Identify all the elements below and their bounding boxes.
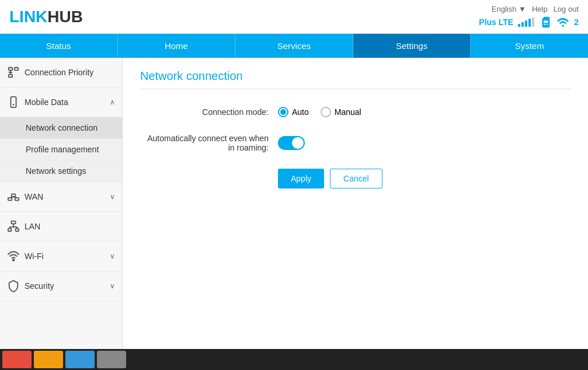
radio-manual-label: Manual <box>335 107 361 117</box>
chevron-up-icon: ∧ <box>110 98 115 106</box>
language-selector[interactable]: English ▼ <box>492 5 526 13</box>
svg-rect-13 <box>11 221 15 224</box>
main-nav: Status Home Services Settings System <box>0 34 588 58</box>
apply-button[interactable]: Apply <box>278 169 324 189</box>
help-link[interactable]: Help <box>532 5 548 13</box>
sidebar-label-security: Security <box>25 281 54 291</box>
taskbar-item-2[interactable] <box>34 351 63 368</box>
wan-icon <box>7 190 20 203</box>
taskbar <box>0 349 588 370</box>
logout-link[interactable]: Log out <box>554 5 579 13</box>
signal-bar-3 <box>525 20 527 27</box>
svg-rect-1 <box>9 68 12 71</box>
nav-home[interactable]: Home <box>118 34 236 58</box>
chevron-down-wifi-icon: ∨ <box>110 252 115 260</box>
signal-bar-1 <box>518 24 520 27</box>
svg-rect-3 <box>9 75 12 78</box>
wifi-icon <box>556 17 569 27</box>
mobile-data-icon <box>7 96 20 109</box>
security-icon <box>7 280 20 292</box>
svg-point-20 <box>13 259 15 261</box>
header-status: Plus LTE 2 <box>479 16 579 29</box>
radio-auto[interactable]: Auto <box>278 107 309 117</box>
svg-line-11 <box>10 197 13 198</box>
sidebar-sub-profile-management[interactable]: Profile management <box>0 139 122 160</box>
signal-bar-4 <box>528 19 531 27</box>
sim-icon <box>539 16 552 29</box>
svg-rect-15 <box>16 229 19 232</box>
svg-rect-14 <box>8 229 12 232</box>
sidebar-item-security[interactable]: Security ∨ <box>0 271 122 301</box>
svg-rect-10 <box>15 198 19 201</box>
header-top-links: English ▼ Help Log out <box>492 5 579 13</box>
logo-link-text: LINK <box>9 8 47 26</box>
nav-services[interactable]: Services <box>235 34 353 58</box>
chevron-down-security-icon: ∨ <box>110 282 115 290</box>
nav-status[interactable]: Status <box>0 34 118 58</box>
connection-mode-row: Connection mode: Auto Manual <box>140 107 570 117</box>
sidebar-item-lan[interactable]: LAN <box>0 212 122 242</box>
connection-mode-radio-group: Auto Manual <box>278 107 361 117</box>
sidebar-item-mobile-data[interactable]: Mobile Data ∧ <box>0 88 122 117</box>
nav-settings[interactable]: Settings <box>353 34 471 58</box>
lan-icon <box>7 220 20 233</box>
taskbar-item-3[interactable] <box>65 351 95 368</box>
main-content: Network connection Connection mode: Auto… <box>123 58 588 361</box>
sidebar-label-mobile-data: Mobile Data <box>25 97 68 107</box>
sidebar-label-wan: WAN <box>25 192 43 201</box>
sidebar-sub-network-connection[interactable]: Network connection <box>0 117 122 139</box>
chevron-down-wan-icon: ∨ <box>110 193 115 201</box>
signal-bar-5 <box>532 18 534 27</box>
sidebar-item-connection-priority[interactable]: Connection Priority <box>0 58 122 88</box>
sidebar-sub-label-profile-management: Profile management <box>26 145 99 154</box>
toggle-knob <box>292 137 304 149</box>
taskbar-item-1[interactable] <box>2 351 32 368</box>
radio-auto-label: Auto <box>292 107 309 117</box>
sidebar: Connection Priority Mobile Data ∧ Networ… <box>0 58 123 361</box>
sidebar-label-connection-priority: Connection Priority <box>25 68 93 77</box>
cancel-button[interactable]: Cancel <box>330 169 382 189</box>
nav-system[interactable]: System <box>471 34 588 58</box>
logo: LINKHUB <box>9 8 83 26</box>
sidebar-item-wifi[interactable]: Wi-Fi ∨ <box>0 242 122 271</box>
svg-rect-6 <box>11 97 16 107</box>
svg-line-12 <box>13 197 17 198</box>
connection-priority-icon <box>7 66 20 79</box>
signal-bar-2 <box>521 22 524 27</box>
page-title: Network connection <box>140 69 570 89</box>
status-label: Plus LTE <box>479 18 513 27</box>
connection-mode-label: Connection mode: <box>140 107 269 117</box>
roaming-label: Automatically connect even when in roami… <box>140 134 269 152</box>
sidebar-sub-network-settings[interactable]: Network settings <box>0 160 122 182</box>
taskbar-item-4[interactable] <box>97 351 126 368</box>
header: LINKHUB English ▼ Help Log out Plus LTE <box>0 0 588 34</box>
radio-manual[interactable]: Manual <box>321 107 361 117</box>
svg-rect-8 <box>8 198 12 201</box>
sidebar-sub-label-network-settings: Network settings <box>26 166 86 176</box>
sidebar-label-lan: LAN <box>25 222 40 231</box>
sidebar-item-wan[interactable]: WAN ∨ <box>0 182 122 212</box>
button-row: Apply Cancel <box>140 169 570 189</box>
sidebar-sub-label-network-connection: Network connection <box>26 123 98 132</box>
header-right: English ▼ Help Log out Plus LTE <box>479 5 579 29</box>
layout: Connection Priority Mobile Data ∧ Networ… <box>0 58 588 361</box>
signal-bars <box>518 18 534 27</box>
svg-rect-9 <box>12 194 15 197</box>
roaming-toggle[interactable] <box>278 136 305 150</box>
svg-point-0 <box>562 25 564 27</box>
wifi-count: 2 <box>574 18 579 27</box>
radio-auto-circle <box>278 107 288 117</box>
sidebar-label-wifi: Wi-Fi <box>25 252 44 261</box>
svg-rect-2 <box>15 68 18 71</box>
form-section: Connection mode: Auto Manual Automatical… <box>140 107 570 189</box>
logo-hub-text: HUB <box>47 8 83 26</box>
roaming-row: Automatically connect even when in roami… <box>140 134 570 152</box>
radio-manual-circle <box>321 107 331 117</box>
wifi-sidebar-icon <box>7 250 20 263</box>
